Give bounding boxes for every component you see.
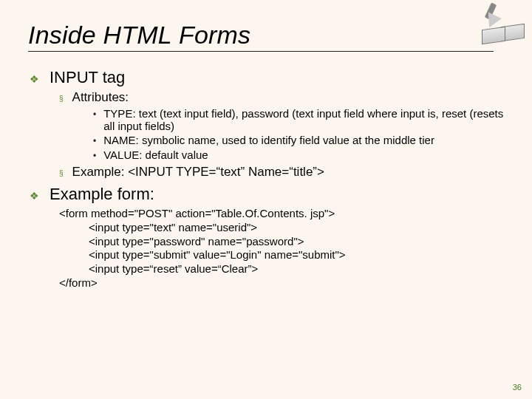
subsection-example: § Example: <INPUT TYPE=“text” Name=“titl… (59, 165, 504, 180)
slide: Inside HTML Forms ❖ INPUT tag § Attribut… (0, 0, 532, 399)
section-label: Example form: (50, 185, 154, 204)
title-underline (28, 51, 494, 52)
diamond-bullet-icon: ❖ (30, 71, 39, 87)
subsection-list: § Attributes: (59, 90, 504, 106)
subsection-attributes: § Attributes: (59, 90, 504, 106)
diamond-bullet-icon: ❖ (30, 188, 39, 204)
dot-bullet-icon: • (93, 135, 96, 147)
dot-bullet-icon: • (93, 109, 96, 120)
square-bullet-icon: § (59, 92, 64, 106)
subsection-label: Attributes: (72, 90, 129, 105)
section-label: INPUT tag (50, 68, 125, 87)
section-example-form: ❖ Example form: (30, 185, 504, 204)
subsection-label: Example: <INPUT TYPE=“text” Name=“title”… (72, 165, 324, 180)
slide-title: Inside HTML Forms (28, 21, 504, 50)
code-line: <input type="submit" value="Login" name=… (89, 248, 504, 262)
square-bullet-icon: § (59, 167, 64, 180)
content-list: ❖ INPUT tag (30, 68, 504, 87)
code-line: </form> (59, 276, 504, 290)
dot-bullet-icon: • (93, 150, 96, 162)
section-input-tag: ❖ INPUT tag (30, 68, 504, 87)
code-line: <input type=“reset” value=“Clear”> (89, 262, 504, 276)
attr-type: • TYPE: text (text input field), passwor… (93, 107, 504, 132)
code-line: <input type="text" name="userid"> (89, 221, 504, 235)
attribute-list: • TYPE: text (text input field), passwor… (93, 107, 504, 162)
example-code-block: <form method="POST" action="Table.Of.Con… (59, 207, 504, 290)
attr-name: • NAME: symbolic name, used to identify … (93, 134, 504, 147)
code-line: <input type="password" name="password"> (89, 235, 504, 249)
content-list-2: ❖ Example form: (30, 185, 504, 204)
attr-value: • VALUE: default value (93, 149, 504, 162)
subsection-list-example: § Example: <INPUT TYPE=“text” Name=“titl… (59, 165, 504, 180)
page-number: 36 (513, 383, 522, 392)
code-line: <form method="POST" action="Table.Of.Con… (59, 207, 504, 221)
bricks-trowel-icon (468, 3, 526, 47)
